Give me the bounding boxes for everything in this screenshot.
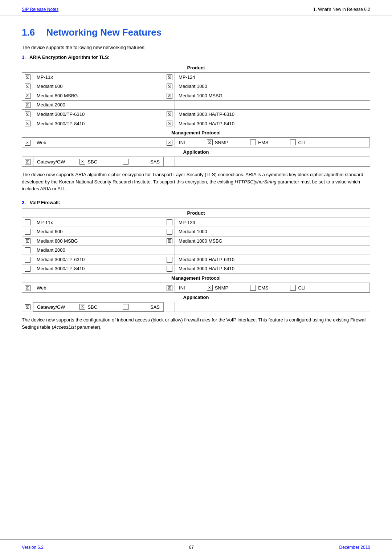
section-title: Networking New Features xyxy=(46,27,162,38)
checkbox-icon xyxy=(250,285,256,291)
checkbox-cell: ☒ xyxy=(164,283,175,293)
checkbox-icon: ☒ xyxy=(79,304,85,310)
italic-param-1: HTTPSCipherString xyxy=(235,179,277,185)
table-row: Mediant 3000/TP-6310 Mediant 3000 HA/TP-… xyxy=(22,255,370,264)
label-cell: Mediant 2000 xyxy=(33,246,164,255)
checkbox-cell xyxy=(164,100,175,110)
checkbox-icon xyxy=(25,257,30,263)
checkbox-cell xyxy=(22,218,33,227)
app-header-row-2: Application xyxy=(22,293,370,302)
checkbox-cell xyxy=(164,218,175,227)
checkbox-cell: ☒ xyxy=(164,73,175,82)
checkbox-cell: ☒ xyxy=(22,82,33,91)
label-cell: Web xyxy=(33,138,164,147)
main-content: 1.6 Networking New Features The device s… xyxy=(0,27,392,331)
mgmt-header-row-2: Management Protocol xyxy=(22,274,370,283)
app-header-2: Application xyxy=(22,293,370,302)
checkbox-icon xyxy=(290,139,296,145)
checkbox-icon xyxy=(167,229,172,235)
label-cell: MP-11x xyxy=(33,73,164,82)
checkbox-icon xyxy=(123,304,128,310)
label-cell: Mediant 3000 HA/TP-6310 xyxy=(175,255,370,264)
label-cell: Mediant 3000/TP-8410 xyxy=(33,119,164,128)
label-cell: Mediant 1000 xyxy=(175,227,370,236)
label-cell: Mediant 800 MSBG xyxy=(33,91,164,101)
section-number: 1.6 xyxy=(22,27,35,38)
checkbox-icon: ☒ xyxy=(25,304,30,310)
footer-page-number: 67 xyxy=(189,545,194,550)
checkbox-icon xyxy=(167,219,172,225)
label-cell: Mediant 2000 xyxy=(33,100,164,110)
feature-title-1: ARIA Encryption Algorithm for TLS: xyxy=(29,54,110,60)
feature-desc-2: The device now supports the configuratio… xyxy=(22,316,370,331)
mgmt-header-row: Management Protocol xyxy=(22,128,370,138)
table-row: Mediant 600 Mediant 1000 xyxy=(22,227,370,236)
table-row: Mediant 2000 xyxy=(22,246,370,255)
ini-label: INI xyxy=(179,140,185,145)
checkbox-cell: ☒ xyxy=(22,236,33,246)
feature-desc-1: The device now supports ARIA algorithm c… xyxy=(22,171,370,193)
checkbox-cell: ☒ xyxy=(164,91,175,101)
feature-num-2: 2. xyxy=(22,200,26,205)
checkbox-icon xyxy=(290,285,296,291)
product-header-2: Product xyxy=(22,208,370,218)
section-heading: 1.6 Networking New Features xyxy=(22,27,370,38)
app-header-1: Application xyxy=(22,147,370,157)
mgmt-header-2: Management Protocol xyxy=(22,274,370,283)
checkbox-cell xyxy=(164,246,175,255)
checkbox-cell: ☒ xyxy=(164,82,175,91)
header-left-link[interactable]: SIP Release Notes xyxy=(22,7,58,12)
checkbox-icon xyxy=(167,257,172,263)
checkbox-icon: ☒ xyxy=(207,139,213,145)
checkbox-cell: ☒ xyxy=(22,110,33,119)
header-left[interactable]: SIP Release Notes xyxy=(22,7,58,12)
checkbox-cell: ☒ xyxy=(22,119,33,128)
table-row: ☒ Mediant 600 ☒ Mediant 1000 xyxy=(22,82,370,91)
italic-param-2: AccessList xyxy=(53,324,76,330)
label-cell: Mediant 3000/TP-6310 xyxy=(33,110,164,119)
checkbox-icon: ☒ xyxy=(25,102,30,108)
feature-num-1: 1. xyxy=(22,54,26,60)
footer-date: December 2010 xyxy=(339,545,370,550)
feature-table-1: Product ☒ MP-11x ☒ MP-124 ☒ Mediant 600 … xyxy=(22,63,370,167)
label-cell: Mediant 1000 xyxy=(175,82,370,91)
checkbox-cell: ☒ xyxy=(22,138,33,147)
checkbox-icon xyxy=(123,159,128,165)
table-row: Mediant 3000/TP-8410 Mediant 3000 HA/TP-… xyxy=(22,264,370,274)
label-cell: Gateway/GW ☒ SBC SAS xyxy=(33,157,164,166)
checkbox-cell: ☒ xyxy=(22,91,33,101)
app-header-row: Application xyxy=(22,147,370,157)
checkbox-cell: ☒ xyxy=(164,138,175,147)
gw-label: Gateway/GW xyxy=(37,159,65,165)
checkbox-cell xyxy=(164,227,175,236)
checkbox-icon: ☒ xyxy=(167,112,172,117)
label-cell xyxy=(175,246,370,255)
label-cell: MP-124 xyxy=(175,73,370,82)
checkbox-icon: ☒ xyxy=(25,140,30,146)
checkbox-cell: ☒ xyxy=(164,119,175,128)
checkbox-icon: ☒ xyxy=(25,121,30,126)
gw-label-2: Gateway/GW xyxy=(37,304,65,310)
mgmt-row: ☒ Web ☒ INI ☒ SNMP EMS CLI xyxy=(22,138,370,147)
table-row: ☒ Mediant 2000 xyxy=(22,100,370,110)
checkbox-cell xyxy=(22,246,33,255)
checkbox-cell: ☒ xyxy=(22,100,33,110)
label-cell: Mediant 600 xyxy=(33,227,164,236)
table-row: ☒ Mediant 800 MSBG ☒ Mediant 1000 MSBG xyxy=(22,91,370,101)
label-cell: Mediant 1000 MSBG xyxy=(175,91,370,101)
feature-label-2: 2. VoIP Firewall: xyxy=(22,200,370,205)
checkbox-cell xyxy=(164,264,175,274)
label-cell: Mediant 600 xyxy=(33,82,164,91)
label-cell: Mediant 3000 HA/TP-8410 xyxy=(175,264,370,274)
checkbox-icon: ☒ xyxy=(25,84,30,89)
checkbox-icon: ☒ xyxy=(25,112,30,117)
label-cell: INI ☒ SNMP EMS CLI xyxy=(175,138,370,147)
checkbox-icon xyxy=(250,139,256,145)
checkbox-cell xyxy=(164,255,175,264)
checkbox-icon: ☒ xyxy=(25,74,30,80)
checkbox-icon: ☒ xyxy=(167,93,172,99)
checkbox-icon: ☒ xyxy=(25,93,30,99)
footer-version: Version 6.2 xyxy=(22,545,44,550)
checkbox-icon: ☒ xyxy=(167,84,172,89)
page-header: SIP Release Notes 1. What's New in Relea… xyxy=(0,0,392,16)
